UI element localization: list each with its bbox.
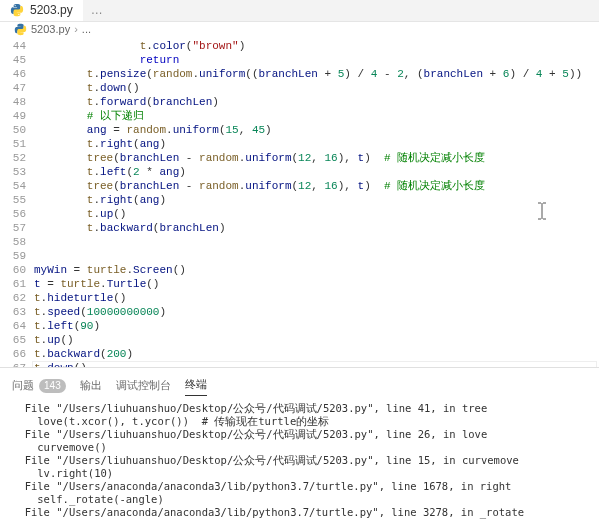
code-line[interactable] (34, 249, 599, 263)
tab-5203-py[interactable]: 5203.py (0, 0, 83, 21)
code-line[interactable] (34, 235, 599, 249)
code-line[interactable]: t.backward(200) (34, 347, 599, 361)
code-line[interactable]: t.forward(branchLen) (34, 95, 599, 109)
code-line[interactable]: t.up() (34, 333, 599, 347)
code-line[interactable]: return (34, 53, 599, 67)
code-line[interactable]: t.up() (34, 207, 599, 221)
terminal-output[interactable]: File "/Users/liuhuanshuo/Desktop/公众号/代码调… (0, 396, 599, 519)
code-line[interactable]: t.speed(10000000000) (34, 305, 599, 319)
breadcrumb-symbol: ... (82, 23, 91, 35)
problems-count-badge: 143 (39, 379, 66, 393)
code-line[interactable]: myWin = turtle.Screen() (34, 263, 599, 277)
line-number-gutter: 4445464748495051525354555657585960616263… (0, 37, 34, 367)
python-file-icon (10, 3, 24, 17)
bottom-panel: 问题 143 输出 调试控制台 终端 File "/Users/liuhuans… (0, 367, 599, 519)
code-line[interactable]: t.left(90) (34, 319, 599, 333)
panel-tabbar: 问题 143 输出 调试控制台 终端 (0, 368, 599, 396)
code-editor[interactable]: 4445464748495051525354555657585960616263… (0, 37, 599, 367)
code-line[interactable]: t.down() (34, 81, 599, 95)
code-line[interactable]: t.backward(branchLen) (34, 221, 599, 235)
chevron-right-icon: › (74, 23, 78, 35)
panel-tab-debug-console[interactable]: 调试控制台 (116, 375, 171, 396)
code-line[interactable]: t.down() (34, 361, 599, 367)
code-line[interactable]: t.left(2 * ang) (34, 165, 599, 179)
code-area[interactable]: t.color("brown") return t.pensize(random… (34, 37, 599, 367)
panel-tab-terminal[interactable]: 终端 (185, 374, 207, 396)
breadcrumb-file: 5203.py (31, 23, 70, 35)
python-file-icon (14, 23, 27, 36)
code-line[interactable]: ang = random.uniform(15, 45) (34, 123, 599, 137)
code-line[interactable]: tree(branchLen - random.uniform(12, 16),… (34, 179, 599, 193)
panel-tab-problems[interactable]: 问题 143 (12, 375, 66, 396)
code-line[interactable]: t.color("brown") (34, 39, 599, 53)
code-line[interactable]: t.right(ang) (34, 137, 599, 151)
breadcrumb[interactable]: 5203.py › ... (0, 22, 599, 37)
panel-tab-output[interactable]: 输出 (80, 375, 102, 396)
tab-overflow-indicator[interactable]: … (83, 0, 111, 21)
code-line[interactable]: t.right(ang) (34, 193, 599, 207)
editor-tabbar: 5203.py … (0, 0, 599, 22)
code-line[interactable]: # 以下递归 (34, 109, 599, 123)
code-line[interactable]: t.pensize(random.uniform((branchLen + 5)… (34, 67, 599, 81)
tab-filename: 5203.py (30, 3, 73, 17)
code-line[interactable]: tree(branchLen - random.uniform(12, 16),… (34, 151, 599, 165)
code-line[interactable]: t = turtle.Turtle() (34, 277, 599, 291)
code-line[interactable]: t.hideturtle() (34, 291, 599, 305)
